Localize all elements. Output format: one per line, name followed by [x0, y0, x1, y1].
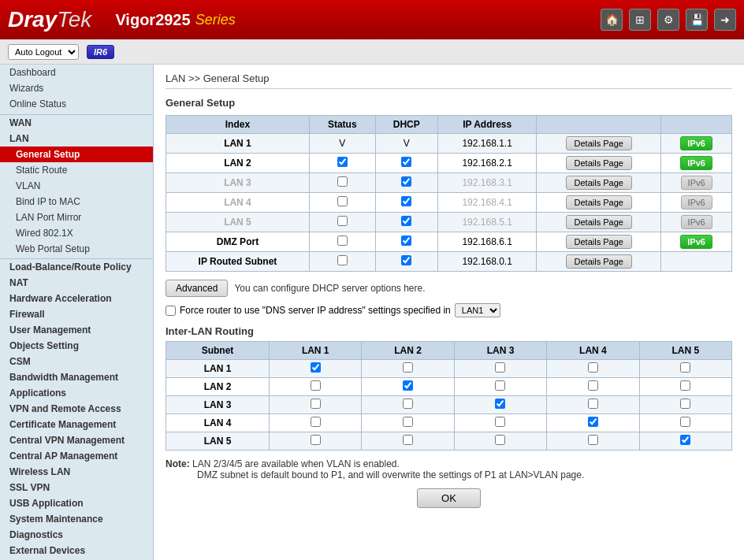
- inter-lan-checkbox-cell[interactable]: [639, 414, 731, 432]
- status-checkbox[interactable]: [337, 196, 348, 206]
- inter-lan-checkbox[interactable]: [311, 435, 321, 445]
- inter-lan-checkbox-cell[interactable]: [639, 396, 731, 414]
- sidebar-item-vlan[interactable]: VLAN: [0, 178, 153, 194]
- inter-lan-checkbox-cell[interactable]: [454, 396, 546, 414]
- sidebar-item-wan[interactable]: WAN: [0, 114, 153, 131]
- table-row-dhcp[interactable]: [375, 193, 437, 213]
- details-page-button[interactable]: Details Page: [566, 156, 632, 170]
- auto-logout-select[interactable]: Auto Logout: [8, 44, 79, 60]
- sidebar-item-hardware-acceleration[interactable]: Hardware Acceleration: [0, 291, 153, 306]
- ipv6-button[interactable]: IPv6: [681, 195, 712, 210]
- dhcp-checkbox[interactable]: [401, 255, 411, 265]
- inter-lan-checkbox-cell[interactable]: [270, 378, 362, 396]
- sidebar-item-diagnostics[interactable]: Diagnostics: [0, 527, 153, 543]
- ok-button[interactable]: OK: [417, 488, 481, 508]
- sidebar-item-central-ap-management[interactable]: Central AP Management: [0, 448, 153, 464]
- sidebar-item-firewall[interactable]: Firewall: [0, 306, 153, 322]
- table-row-details[interactable]: Details Page: [537, 232, 661, 252]
- inter-lan-checkbox-cell[interactable]: [639, 360, 731, 378]
- sidebar-item-system-maintenance[interactable]: System Maintenance: [0, 511, 153, 527]
- status-checkbox[interactable]: [337, 176, 348, 187]
- dhcp-checkbox[interactable]: [401, 157, 411, 167]
- inter-lan-checkbox[interactable]: [495, 362, 505, 373]
- inter-lan-checkbox[interactable]: [680, 435, 690, 445]
- sidebar-item-lan-port-mirror[interactable]: LAN Port Mirror: [0, 210, 153, 225]
- inter-lan-checkbox-cell[interactable]: [362, 378, 454, 396]
- sidebar-item-user-management[interactable]: User Management: [0, 322, 153, 338]
- sidebar-item-bind-ip-to-mac[interactable]: Bind IP to MAC: [0, 194, 153, 210]
- save-icon[interactable]: 💾: [686, 9, 708, 31]
- table-row-status[interactable]: [309, 154, 375, 173]
- sliders-icon[interactable]: ⚙: [657, 9, 679, 31]
- table-row-ipv6[interactable]: IPv6: [661, 134, 732, 154]
- inter-lan-checkbox[interactable]: [311, 399, 321, 409]
- ipv6-button[interactable]: IPv6: [680, 235, 712, 249]
- inter-lan-checkbox-cell[interactable]: [547, 360, 639, 378]
- table-row-details[interactable]: Details Page: [537, 252, 661, 272]
- grid-icon[interactable]: ⊞: [629, 9, 651, 31]
- table-row-details[interactable]: Details Page: [537, 213, 661, 232]
- sidebar-item-static-route[interactable]: Static Route: [0, 162, 153, 178]
- inter-lan-checkbox[interactable]: [403, 417, 413, 427]
- table-row-ipv6[interactable]: IPv6: [661, 232, 732, 252]
- sidebar-item-web-portal-setup[interactable]: Web Portal Setup: [0, 241, 153, 257]
- dns-select[interactable]: LAN1 LAN2 LAN3: [455, 303, 500, 317]
- details-page-button[interactable]: Details Page: [566, 235, 632, 249]
- inter-lan-checkbox-cell[interactable]: [270, 360, 362, 378]
- inter-lan-checkbox[interactable]: [403, 362, 413, 373]
- status-checkbox[interactable]: [337, 255, 348, 265]
- ipv6-button[interactable]: IPv6: [681, 176, 712, 190]
- inter-lan-checkbox[interactable]: [311, 380, 321, 391]
- table-row-ipv6[interactable]: IPv6: [661, 173, 732, 193]
- details-page-button[interactable]: Details Page: [566, 254, 632, 269]
- inter-lan-checkbox[interactable]: [680, 417, 690, 427]
- details-page-button[interactable]: Details Page: [566, 195, 632, 210]
- inter-lan-checkbox[interactable]: [311, 362, 321, 373]
- details-page-button[interactable]: Details Page: [566, 176, 632, 190]
- table-row-details[interactable]: Details Page: [537, 173, 661, 193]
- ipv6-button[interactable]: IPv6: [681, 215, 712, 229]
- ipv6-button[interactable]: IPv6: [680, 156, 712, 170]
- table-row-dhcp[interactable]: [375, 154, 437, 173]
- dhcp-checkbox[interactable]: [401, 176, 411, 187]
- inter-lan-checkbox-cell[interactable]: [362, 360, 454, 378]
- sidebar-item-wireless-lan[interactable]: Wireless LAN: [0, 464, 153, 480]
- dhcp-checkbox[interactable]: [401, 235, 411, 246]
- sidebar-item-applications[interactable]: Applications: [0, 385, 153, 401]
- inter-lan-checkbox-cell[interactable]: [639, 432, 731, 451]
- table-row-details[interactable]: Details Page: [537, 193, 661, 213]
- table-row-ipv6[interactable]: IPv6: [661, 193, 732, 213]
- sidebar-item-external-devices[interactable]: External Devices: [0, 543, 153, 558]
- details-page-button[interactable]: Details Page: [566, 136, 632, 150]
- status-checkbox[interactable]: [337, 235, 348, 246]
- inter-lan-checkbox-cell[interactable]: [454, 414, 546, 432]
- sidebar-item-online-status[interactable]: Online Status: [0, 96, 153, 112]
- sidebar-item-certificate-management[interactable]: Certificate Management: [0, 417, 153, 432]
- inter-lan-checkbox[interactable]: [680, 362, 690, 373]
- inter-lan-checkbox-cell[interactable]: [454, 360, 546, 378]
- ipv6-button[interactable]: IR6: [87, 45, 114, 59]
- sidebar-item-objects-setting[interactable]: Objects Setting: [0, 338, 153, 354]
- table-row-details[interactable]: Details Page: [537, 134, 661, 154]
- inter-lan-checkbox[interactable]: [403, 435, 413, 445]
- sidebar-item-wizards[interactable]: Wizards: [0, 80, 153, 96]
- table-row-dhcp[interactable]: V: [375, 134, 437, 154]
- logout-icon[interactable]: ➜: [714, 9, 736, 31]
- sidebar-item-nat[interactable]: NAT: [0, 275, 153, 291]
- inter-lan-checkbox-cell[interactable]: [454, 378, 546, 396]
- inter-lan-checkbox-cell[interactable]: [362, 396, 454, 414]
- inter-lan-checkbox[interactable]: [403, 380, 413, 391]
- table-row-dhcp[interactable]: [375, 252, 437, 272]
- dns-checkbox[interactable]: [166, 306, 176, 316]
- sidebar-item-csm[interactable]: CSM: [0, 354, 153, 369]
- sidebar-item-central-vpn-management[interactable]: Central VPN Management: [0, 432, 153, 448]
- inter-lan-checkbox[interactable]: [588, 435, 598, 445]
- inter-lan-checkbox[interactable]: [588, 417, 598, 427]
- status-checkbox[interactable]: [337, 157, 348, 167]
- inter-lan-checkbox-cell[interactable]: [547, 414, 639, 432]
- inter-lan-checkbox-cell[interactable]: [547, 432, 639, 451]
- inter-lan-checkbox[interactable]: [588, 380, 598, 391]
- dhcp-checkbox[interactable]: [401, 216, 411, 226]
- table-row-ipv6[interactable]: [661, 252, 732, 272]
- dhcp-checkbox[interactable]: [401, 196, 411, 206]
